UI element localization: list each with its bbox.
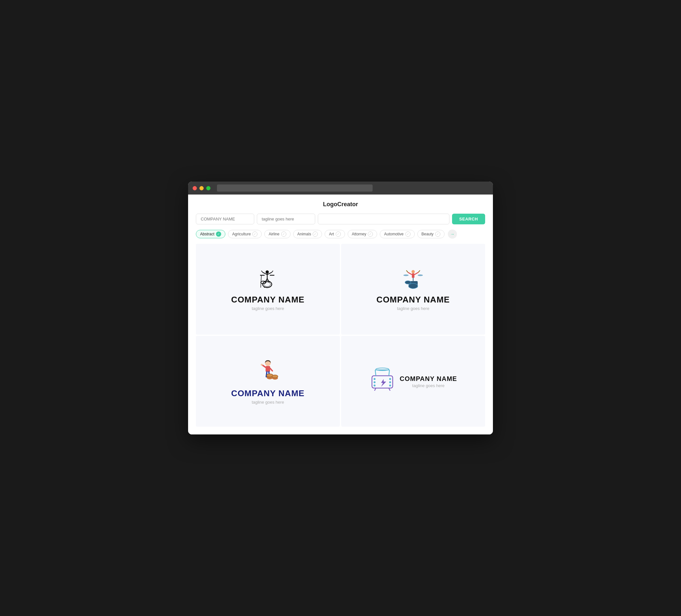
svg-line-17 [408,272,412,275]
svg-point-51 [389,378,391,380]
tagline-input[interactable] [257,214,315,224]
keyword-input[interactable] [318,214,450,224]
svg-line-33 [270,368,272,371]
svg-point-49 [374,381,376,383]
svg-point-0 [266,271,269,274]
app-header: LogoCreator [196,201,485,208]
app-body: LogoCreator SEARCH Abstract✓Agriculture✓… [188,195,493,434]
svg-line-19 [406,271,408,272]
check-icon-beauty: ✓ [435,231,440,237]
svg-point-50 [374,385,376,386]
filter-chip-attorney[interactable]: Attorney✓ [348,230,377,238]
filter-chip-animals[interactable]: Animals✓ [293,230,322,238]
svg-point-22 [418,275,423,276]
filter-label-agriculture: Agriculture [232,232,251,236]
svg-line-7 [267,279,269,282]
logo-inline-text-4: COMPANY NAME tagline goes here [400,375,457,388]
logo-tagline-4: tagline goes here [400,383,457,388]
logo-company-name-4: COMPANY NAME [400,375,457,383]
logo-card-4[interactable]: COMPANY NAME tagline goes here [341,336,485,427]
svg-line-44 [389,370,389,376]
logo-icon-3 [255,359,281,385]
logo-tagline-1: tagline goes here [252,306,284,311]
svg-line-31 [262,365,266,367]
titlebar [188,182,493,195]
svg-rect-30 [266,366,270,372]
logo-icon-2 [400,268,426,291]
logo-icon-4 [369,367,395,393]
filter-chip-abstract[interactable]: Abstract✓ [196,230,225,238]
check-icon-attorney: ✓ [368,231,373,237]
filter-chip-art[interactable]: Art✓ [325,230,345,238]
app-title: LogoCreator [323,201,358,207]
svg-point-52 [389,381,391,383]
filter-chip-airline[interactable]: Airline✓ [264,230,290,238]
svg-line-43 [375,370,376,376]
logo-company-name-3: COMPANY NAME [231,388,304,399]
svg-rect-16 [412,273,414,278]
check-icon-abstract: ✓ [216,231,221,237]
svg-point-11 [264,282,271,287]
filter-bar: Abstract✓Agriculture✓Airline✓Animals✓Art… [196,230,485,239]
svg-point-32 [261,364,263,366]
check-icon-airline: ✓ [281,231,286,237]
filter-label-abstract: Abstract [200,232,215,236]
svg-marker-47 [381,379,386,387]
close-button[interactable] [193,186,197,190]
filter-label-art: Art [329,232,334,236]
url-bar [217,184,373,191]
minimize-button[interactable] [199,186,204,190]
filter-chip-agriculture[interactable]: Agriculture✓ [228,230,262,238]
filter-label-animals: Animals [297,232,311,236]
app-window: LogoCreator SEARCH Abstract✓Agriculture✓… [188,182,493,434]
check-icon-animals: ✓ [312,231,318,237]
filter-chip-automotive[interactable]: Automotive✓ [380,230,414,238]
logo-tagline-2: tagline goes here [397,306,429,311]
svg-point-53 [389,385,391,386]
logo-card-1[interactable]: COMPANY NAME tagline goes here [196,244,340,335]
filter-label-airline: Airline [269,232,279,236]
check-icon-automotive: ✓ [405,231,410,237]
logo-tagline-3: tagline goes here [252,400,284,405]
search-bar: SEARCH [196,214,485,224]
logo-company-name-2: COMPANY NAME [377,295,450,305]
check-icon-art: ✓ [336,231,341,237]
search-button[interactable]: SEARCH [452,214,485,224]
filter-label-automotive: Automotive [384,232,403,236]
logo-company-name-1: COMPANY NAME [231,295,304,305]
logo-grid: COMPANY NAME tagline goes here [196,244,485,427]
check-icon-agriculture: ✓ [252,231,257,237]
svg-point-21 [403,275,409,276]
logo-inline-4: COMPANY NAME tagline goes here [369,367,457,396]
filter-label-attorney: Attorney [352,232,367,236]
maximize-button[interactable] [206,186,210,190]
company-name-input[interactable] [196,214,254,224]
svg-line-5 [272,271,273,272]
logo-card-2[interactable]: COMPANY NAME tagline goes here [341,244,485,335]
svg-line-18 [414,272,418,275]
filter-label-beauty: Beauty [422,232,434,236]
logo-icon-1 [255,268,281,291]
svg-point-48 [374,378,376,380]
svg-point-15 [411,270,415,273]
logo-card-3[interactable]: COMPANY NAME tagline goes here [196,336,340,427]
svg-line-20 [418,271,420,272]
svg-line-4 [261,271,263,272]
filter-next-button[interactable]: → [448,230,457,239]
filter-chip-beauty[interactable]: Beauty✓ [418,230,445,238]
